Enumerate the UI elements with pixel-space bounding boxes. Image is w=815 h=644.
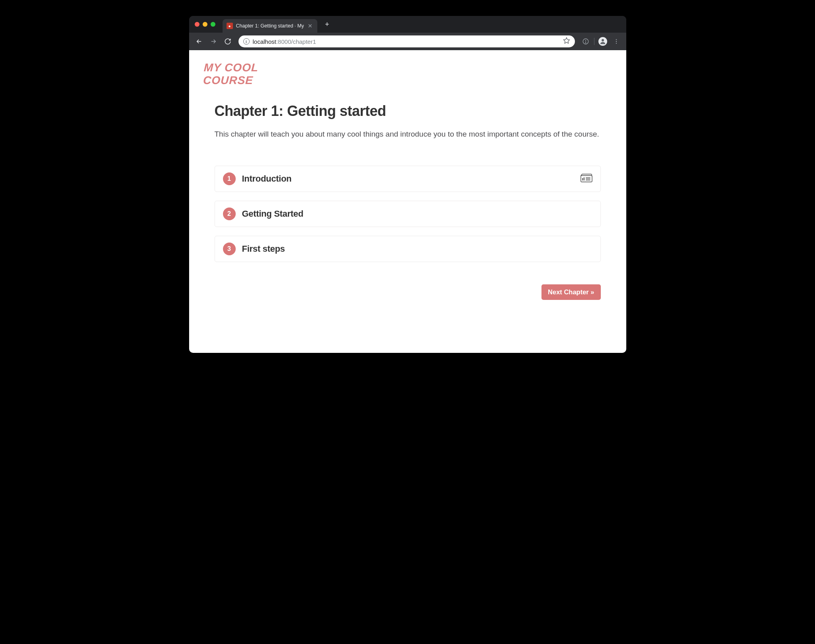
page-title: Chapter 1: Getting started	[215, 103, 601, 119]
toolbar-right	[580, 35, 622, 47]
footer-nav: Next Chapter »	[215, 284, 601, 300]
browser-tab[interactable]: ● Chapter 1: Getting started · My ✕	[223, 19, 318, 33]
avatar-icon	[598, 37, 607, 46]
browser-window: ● Chapter 1: Getting started · My ✕ + i …	[189, 16, 626, 353]
lesson-number-badge: 3	[223, 243, 236, 255]
address-bar[interactable]: i localhost:8000/chapter1	[238, 35, 575, 47]
menu-button[interactable]	[610, 35, 622, 47]
tab-bar: ● Chapter 1: Getting started · My ✕ +	[189, 16, 626, 33]
bookmark-icon[interactable]	[563, 37, 570, 46]
browser-toolbar: i localhost:8000/chapter1	[189, 33, 626, 50]
lesson-item[interactable]: 2 Getting Started	[215, 201, 601, 227]
lesson-number-badge: 1	[223, 172, 236, 185]
page-description: This chapter will teach you about many c…	[215, 128, 601, 140]
main: Chapter 1: Getting started This chapter …	[189, 91, 626, 315]
favicon-icon: ●	[227, 23, 233, 29]
window-minimize-button[interactable]	[203, 22, 207, 27]
back-button[interactable]	[193, 35, 205, 47]
svg-point-4	[616, 39, 616, 40]
url-port: :8000	[276, 38, 291, 45]
svg-point-2	[585, 43, 586, 43]
lesson-list: 1 Introduction	[215, 166, 601, 262]
lesson-number-badge: 2	[223, 207, 236, 220]
traffic-lights	[195, 22, 215, 27]
close-icon[interactable]: ✕	[307, 23, 313, 29]
logo-line-2: COURSE	[203, 74, 612, 87]
next-chapter-button[interactable]: Next Chapter »	[541, 284, 600, 300]
site-info-icon[interactable]: i	[243, 38, 250, 45]
window-maximize-button[interactable]	[211, 22, 215, 27]
url-text: localhost:8000/chapter1	[253, 38, 560, 45]
site-logo[interactable]: MY COOL COURSE	[203, 61, 612, 87]
warning-icon[interactable]	[580, 35, 592, 47]
lesson-item[interactable]: 1 Introduction	[215, 166, 601, 192]
svg-rect-9	[583, 177, 584, 180]
reload-button[interactable]	[222, 35, 234, 47]
lesson-title: Getting Started	[242, 209, 592, 219]
slides-icon	[580, 174, 592, 184]
url-path: /chapter1	[291, 38, 316, 45]
lesson-title: First steps	[242, 244, 592, 254]
toolbar-divider	[594, 38, 594, 45]
url-host: localhost	[253, 38, 276, 45]
site-header: MY COOL COURSE	[189, 50, 626, 91]
forward-button[interactable]	[207, 35, 219, 47]
tab-title: Chapter 1: Getting started · My	[236, 23, 304, 29]
svg-point-3	[602, 39, 604, 41]
lesson-item[interactable]: 3 First steps	[215, 236, 601, 262]
lesson-title: Introduction	[242, 174, 574, 184]
profile-button[interactable]	[597, 35, 609, 47]
logo-line-1: MY COOL	[203, 61, 613, 74]
new-tab-button[interactable]: +	[323, 20, 331, 29]
svg-point-6	[616, 43, 616, 43]
page-content: MY COOL COURSE Chapter 1: Getting starte…	[189, 50, 626, 353]
svg-point-5	[616, 41, 616, 42]
window-close-button[interactable]	[195, 22, 199, 27]
svg-rect-8	[582, 178, 583, 180]
